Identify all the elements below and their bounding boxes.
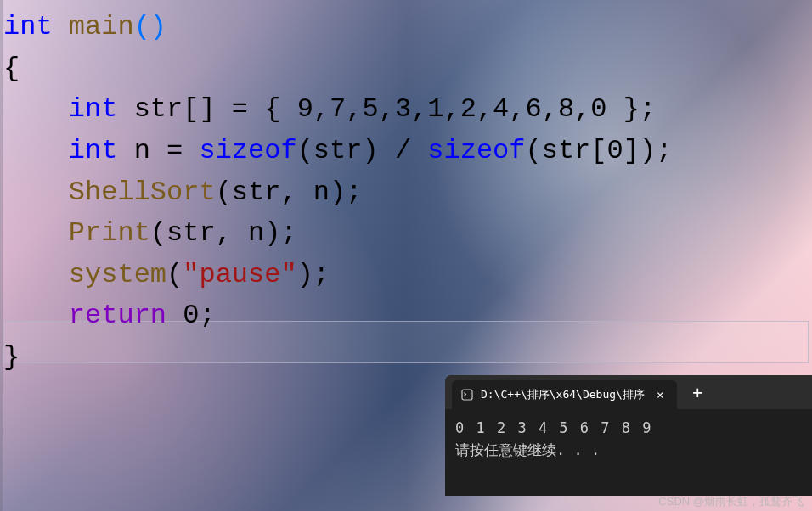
- terminal-title: D:\C++\排序\x64\Debug\排序: [481, 387, 645, 402]
- watermark-text: CSDN @烟雨长虹，孤鹜齐飞: [658, 494, 804, 509]
- brace-close: }: [3, 341, 20, 373]
- parens: (): [134, 11, 166, 42]
- return-value: 0;: [166, 300, 216, 331]
- terminal-body[interactable]: 0 1 2 3 4 5 6 7 8 9 请按任意键继续. . .: [445, 409, 812, 469]
- brace-open: {: [3, 53, 20, 84]
- code-line-7[interactable]: system("pause");: [3, 255, 809, 296]
- function-print: Print: [69, 217, 150, 249]
- indent: [3, 259, 69, 290]
- string-pause: "pause": [183, 259, 296, 290]
- terminal-output-line: 0 1 2 3 4 5 6 7 8 9: [455, 418, 802, 440]
- keyword-sizeof: sizeof: [427, 135, 525, 166]
- indent: [3, 177, 69, 208]
- code-line-6[interactable]: Print(str, n);: [3, 213, 809, 255]
- tab-close-button[interactable]: ×: [651, 386, 668, 403]
- keyword-int: int: [3, 11, 53, 42]
- terminal-tab[interactable]: D:\C++\排序\x64\Debug\排序 ×: [452, 380, 677, 409]
- keyword-int: int: [69, 93, 118, 125]
- code-line-4[interactable]: int n = sizeof(str) / sizeof(str[0]);: [3, 131, 809, 172]
- call-args: (str, n);: [150, 217, 297, 249]
- function-shellsort: ShellSort: [69, 177, 216, 208]
- terminal-icon: [460, 388, 474, 402]
- function-main: main: [53, 11, 134, 42]
- terminal-titlebar[interactable]: D:\C++\排序\x64\Debug\排序 × +: [445, 375, 812, 409]
- terminal-prompt-line: 请按任意键继续. . .: [455, 440, 802, 462]
- keyword-sizeof: sizeof: [199, 135, 296, 166]
- keyword-int: int: [69, 135, 118, 166]
- array-init: str[] = { 9,7,5,3,1,2,4,6,8,0 };: [117, 93, 656, 125]
- expr: (str[0]);: [526, 135, 673, 166]
- new-tab-button[interactable]: +: [684, 379, 711, 406]
- code-line-2[interactable]: {: [3, 48, 809, 90]
- terminal-window[interactable]: D:\C++\排序\x64\Debug\排序 × + 0 1 2 3 4 5 6…: [445, 375, 812, 496]
- var-n: n =: [117, 135, 199, 166]
- keyword-return: return: [69, 300, 166, 331]
- code-line-9[interactable]: }: [3, 337, 809, 379]
- call-args: (str, n);: [216, 177, 363, 208]
- paren-close: );: [297, 259, 330, 290]
- indent: [3, 217, 69, 249]
- code-editor[interactable]: int main() { int str[] = { 9,7,5,3,1,2,4…: [0, 0, 812, 385]
- code-line-5[interactable]: ShellSort(str, n);: [3, 172, 809, 214]
- code-line-1[interactable]: int main(): [3, 7, 809, 48]
- indent: [3, 135, 69, 166]
- expr: (str) /: [297, 135, 428, 166]
- svg-rect-0: [462, 390, 472, 400]
- indent: [3, 93, 69, 125]
- code-line-8[interactable]: return 0;: [3, 295, 809, 337]
- code-line-3[interactable]: int str[] = { 9,7,5,3,1,2,4,6,8,0 };: [3, 89, 809, 131]
- function-system: system: [69, 259, 166, 290]
- indent: [3, 300, 69, 331]
- paren-open: (: [166, 259, 183, 290]
